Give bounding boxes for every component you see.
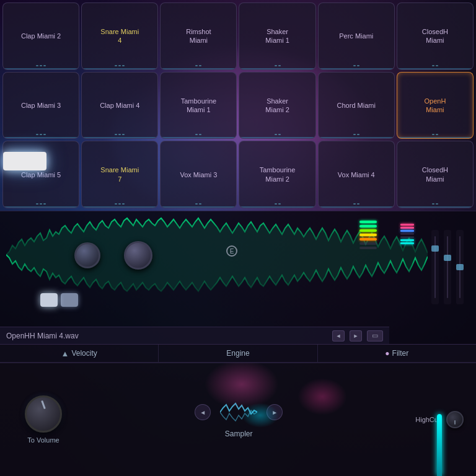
knob-1[interactable]	[74, 242, 100, 268]
pad-closedh-miami-2[interactable]: ClosedHMiami	[397, 141, 474, 208]
pad-perc-miami[interactable]: Perc Miami	[318, 2, 395, 70]
prev-file-button[interactable]: ◄	[332, 330, 345, 342]
sampler-prev-button[interactable]: ◄	[195, 404, 211, 420]
led-cyan-2	[400, 242, 414, 244]
filename-text: OpenHH Miami 4.wav	[6, 332, 327, 340]
velocity-label: Velocity	[71, 349, 97, 358]
cyan-level-bar	[437, 414, 442, 476]
tab-velocity[interactable]: ▲ Velocity	[0, 345, 159, 362]
led-green-2	[359, 225, 377, 227]
pad-vox-miami-4[interactable]: Vox Miami 4	[318, 141, 395, 208]
pad-grid: Clap Miami 2 Snare Miami4 RimshotMiami S…	[0, 0, 476, 211]
highcut-knob[interactable]	[446, 411, 464, 428]
velocity-icon: ▲	[61, 349, 69, 358]
white-pads-row	[40, 293, 78, 307]
pad-snare-miami-7[interactable]: Snare Miami7	[81, 141, 158, 208]
fader-slot-1[interactable]	[431, 230, 439, 304]
knob-1-container	[74, 242, 100, 268]
filter-label-tab: ●	[385, 349, 389, 358]
pad-chord-miami[interactable]: Chord Miami	[318, 72, 395, 139]
volume-section: To Volume	[25, 395, 62, 444]
fader-group	[431, 218, 464, 304]
knob-2[interactable]	[124, 241, 152, 270]
sampler-section: ◄ ► Sampler	[81, 402, 397, 438]
sampler-waveform-icon	[220, 402, 257, 423]
neon-pad-glow	[3, 152, 46, 170]
pad-snare-miami-4[interactable]: Snare Miami4	[81, 2, 158, 70]
led-yellow-green	[359, 229, 377, 232]
next-file-button[interactable]: ►	[350, 330, 362, 342]
pad-rimshot-miami[interactable]: RimshotMiami	[160, 2, 237, 70]
led-pink-1	[400, 224, 414, 226]
pad-clap-miami-2[interactable]: Clap Miami 2	[2, 2, 79, 70]
led-green-1	[359, 221, 377, 223]
white-pad-1[interactable]	[40, 293, 58, 307]
led-yellow	[359, 234, 377, 236]
pad-closedh-miami-1[interactable]: ClosedHMiami	[397, 2, 474, 70]
filter-label: Filter	[392, 349, 409, 358]
led-blue-1	[400, 230, 414, 232]
knob-2-container	[124, 241, 152, 270]
sampler-controls-row: ◄ ►	[195, 402, 283, 423]
folder-button[interactable]: ▭	[367, 330, 383, 342]
filename-bar: OpenHH Miami 4.wav ◄ ► ▭	[0, 327, 389, 344]
pad-shaker-miami-1[interactable]: ShakerMiami 1	[239, 2, 315, 70]
sampler-label: Sampler	[225, 430, 253, 438]
fader-slot-3[interactable]	[456, 230, 464, 304]
pad-clap-miami-3[interactable]: Clap Miami 3	[2, 72, 79, 139]
pad-openh-miami[interactable]: OpenHMiami	[397, 72, 474, 139]
led-off-2	[359, 247, 377, 249]
led-cluster-1	[359, 221, 377, 249]
led-pink-2	[400, 227, 414, 229]
tab-filter[interactable]: ● Filter	[318, 345, 476, 362]
bottom-controls-section: To Volume ◄ ► Sampler HighCut	[0, 363, 476, 476]
led-off-1	[359, 242, 377, 245]
waveform-mixer-section: E	[0, 211, 476, 344]
tab-engine[interactable]: Engine	[159, 345, 317, 362]
volume-label: To Volume	[27, 436, 59, 444]
tabs-row: ▲ Velocity Engine ● Filter	[0, 344, 476, 363]
fader-slot-2[interactable]	[444, 230, 451, 304]
sampler-next-button[interactable]: ►	[267, 404, 283, 420]
volume-knob[interactable]	[25, 395, 62, 433]
white-pad-2[interactable]	[61, 293, 78, 307]
led-cyan-1	[400, 239, 414, 241]
pad-shaker-miami-2[interactable]: ShakerMiami 2	[239, 72, 315, 139]
led-off-3	[400, 233, 414, 235]
pad-clap-miami-5[interactable]: Clap Miami 5	[2, 141, 79, 208]
pad-vox-miami-3[interactable]: Vox Miami 3	[160, 141, 237, 208]
led-cluster-2	[400, 224, 414, 244]
pad-tambourine-miami-1[interactable]: TambourineMiami 1	[160, 72, 237, 139]
pad-tambourine-miami-2[interactable]: TambourineMiami 2	[239, 141, 315, 208]
pad-clap-miami-4[interactable]: Clap Miami 4	[81, 72, 158, 139]
e-marker: E	[226, 245, 237, 257]
led-orange	[359, 238, 377, 240]
led-off-4	[400, 236, 414, 238]
engine-label: Engine	[226, 349, 249, 358]
